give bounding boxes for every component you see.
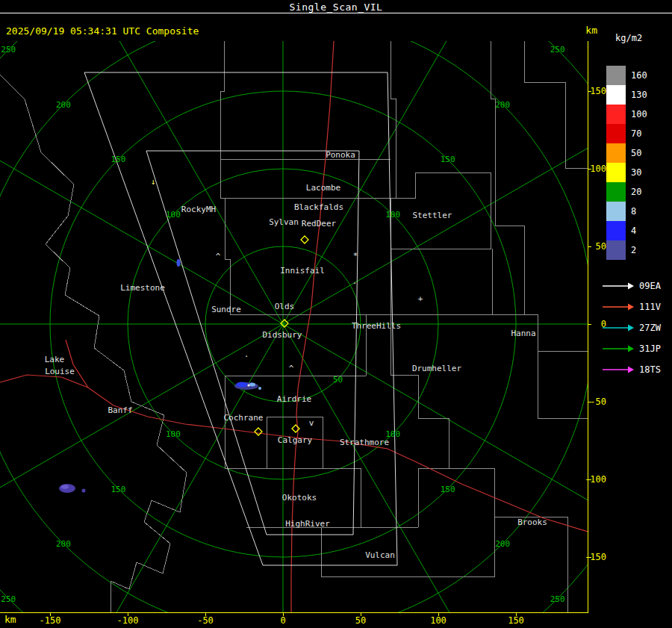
county-boundary [321, 517, 494, 576]
city-label: Hanna [511, 329, 535, 338]
legend-radar-row: 111V [602, 296, 661, 317]
city-label: RockyMH [181, 205, 216, 214]
city-label: HighRiver [285, 519, 330, 529]
city-label: Strathmore [340, 438, 389, 447]
city-label: ThreeHills [352, 321, 401, 331]
legend-level-value: 100 [631, 109, 647, 119]
legend-level-value: 20 [631, 187, 641, 197]
storm-symbol: + [418, 294, 423, 304]
legend-level-value: 2 [631, 245, 636, 255]
range-ring-label: 200 [495, 539, 510, 549]
range-ring-label: 150 [441, 485, 455, 494]
precip-echo [61, 485, 69, 489]
legend-color-swatch [606, 85, 626, 105]
range-ring-label: 150 [111, 155, 125, 164]
city-label: Didsbury [263, 330, 302, 340]
city-label: Calgary [278, 435, 313, 445]
range-ring-label: 250 [1, 594, 16, 604]
legend-radar-row: 27ZW [602, 317, 661, 338]
legend-level-row: 100 [606, 105, 647, 124]
arrow-head [628, 304, 634, 311]
county-boundary [391, 249, 492, 314]
range-ring-label: 100 [166, 210, 181, 220]
legend-level-row: 4 [606, 221, 647, 240]
precip-echo [82, 489, 86, 493]
range-ring-label: 50 [333, 375, 343, 385]
radar-site-marker [301, 236, 308, 243]
legend-color-swatch [606, 124, 626, 143]
city-labels: PonokaLacombeBlackfaldsRedDeerSylvanRock… [45, 150, 547, 560]
arrow-head [628, 367, 634, 373]
city-label: Lacombe [306, 183, 340, 193]
arrow-head [628, 283, 634, 290]
radar-arrow-icon [602, 323, 635, 332]
range-ring-label: 150 [111, 485, 125, 494]
city-label: Sundre [211, 305, 241, 314]
county-boundary [391, 159, 396, 249]
legend-level-row: 70 [606, 124, 647, 143]
legend-level-value: 30 [631, 167, 641, 178]
radar-arrow-icon [602, 282, 635, 290]
legend-level-row: 20 [606, 182, 647, 202]
legend-radar-id: 31JP [639, 343, 661, 354]
city-label: Olds [275, 302, 295, 311]
county-boundary [391, 41, 396, 159]
legend-level-value: 70 [631, 128, 641, 139]
legend-level-value: 50 [631, 148, 641, 158]
precip-echo [236, 382, 248, 388]
legend-color-swatch [606, 163, 626, 182]
city-label: Okotoks [282, 493, 317, 503]
legend-color-swatch [606, 221, 626, 240]
range-ring-label: 250 [1, 45, 16, 55]
arrow-head [628, 325, 634, 332]
storm-symbol: ^ [216, 252, 221, 261]
range-ring-label: 250 [550, 45, 565, 55]
range-ring-label: 100 [166, 429, 181, 439]
legend-level-row: 8 [606, 202, 647, 221]
county-boundary [491, 41, 495, 172]
range-ring-label: 150 [441, 155, 455, 164]
range-ring-label: 200 [56, 539, 71, 549]
city-label: Blackfalds [294, 202, 343, 212]
city-label: Ponoka [326, 150, 355, 160]
city-label: Lake [45, 355, 65, 364]
county-boundary [391, 314, 449, 527]
storm-symbol: * [353, 251, 358, 261]
legend-radar-id: 09EA [639, 281, 661, 291]
precip-echo [258, 387, 261, 390]
legend-color-swatch [606, 143, 626, 163]
radar-map-canvas: 1001502002501001502002501001502002505010… [0, 0, 672, 628]
radar-arrow-icon [602, 365, 635, 374]
arrow-head [628, 346, 634, 352]
legend-level-row: 130 [606, 85, 647, 105]
legend-radar-id: 27ZW [639, 323, 661, 333]
legend-color-swatch [606, 240, 626, 260]
precip-echo [248, 385, 250, 387]
range-ring-label: 200 [56, 100, 71, 110]
legend-radar-row: 09EA [602, 276, 661, 296]
legend-level-value: 130 [631, 90, 647, 100]
precip-echo [249, 383, 255, 387]
city-label: Cochrane [224, 413, 264, 423]
range-ring-label: 250 [550, 594, 565, 604]
storm-symbol: · [244, 352, 249, 361]
storm-symbol: ↓ [151, 177, 156, 187]
legend-radar-row: 18TS [602, 359, 661, 380]
city-label: Banff [108, 405, 132, 415]
legend-radar-row: 31JP [602, 338, 661, 359]
county-boundary [538, 351, 588, 418]
city-label: Louise [45, 367, 75, 376]
legend-level-row: 50 [606, 143, 647, 163]
radar-site-marker [292, 425, 299, 432]
legend-radar-list: 09EA111V27ZW31JP18TS [602, 276, 661, 380]
legend-level-value: 160 [631, 70, 647, 81]
legend-color-swatch [606, 105, 626, 124]
mountain-boundary [0, 75, 187, 612]
radar-viewer-window: Single_Scan_VIL 2025/09/19 05:34:31 UTC … [0, 0, 672, 628]
radar-coverage-box [84, 72, 397, 565]
city-label: Airdrie [277, 394, 311, 404]
legend-color-scale: 16013010070503020842 [606, 66, 647, 260]
range-ring-label: 200 [495, 100, 510, 110]
legend-color-swatch [606, 202, 626, 221]
legend-level-value: 4 [631, 226, 636, 236]
